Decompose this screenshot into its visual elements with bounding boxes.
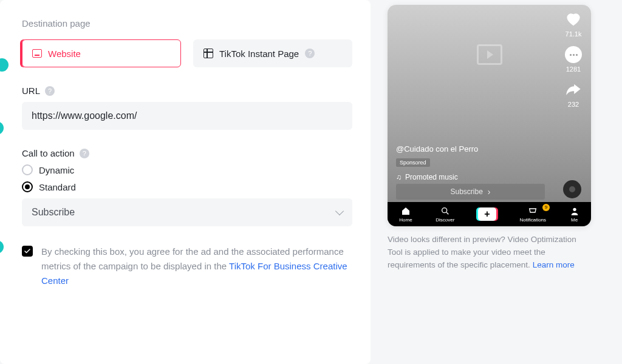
like-action[interactable]: 71.1k: [564, 10, 583, 38]
help-icon[interactable]: ?: [45, 86, 55, 96]
ad-settings-form: Destination page Website TikTok Instant …: [0, 0, 371, 364]
sponsored-badge: Sponsored: [396, 158, 430, 167]
cta-radio-standard[interactable]: Standard: [22, 181, 352, 192]
destination-page-title: Destination page: [22, 18, 352, 29]
handle-text: @Cuidado con el Perro: [396, 144, 542, 153]
share-count: 232: [568, 101, 579, 108]
learn-more-link[interactable]: Learn more: [533, 260, 575, 269]
agreement-row: By checking this box, you agree for the …: [22, 244, 352, 288]
profile-icon: [570, 206, 579, 216]
cta-select[interactable]: Subscribe: [22, 198, 352, 226]
chevron-down-icon: [335, 207, 344, 215]
tab-home[interactable]: Home: [399, 206, 412, 223]
heart-icon: [564, 10, 583, 28]
preview-cta-button[interactable]: Subscribe ›: [396, 184, 545, 200]
music-row: ♫ Promoted music: [396, 173, 542, 181]
plus-icon: +: [478, 207, 496, 221]
tab-notifications[interactable]: 9 Notifications: [519, 206, 546, 223]
like-count: 71.1k: [566, 30, 582, 38]
tab-create[interactable]: +: [478, 207, 496, 221]
destination-option-website[interactable]: Website: [22, 39, 181, 67]
agreement-checkbox[interactable]: [22, 246, 33, 257]
share-icon: [565, 81, 582, 98]
phone-tabbar: Home Discover + 9 Notifications Me: [388, 202, 591, 226]
comment-icon: [565, 46, 582, 63]
destination-option-instant-page[interactable]: TikTok Instant Page ?: [193, 39, 352, 67]
radio-icon: [22, 164, 33, 175]
cta-radio-dynamic[interactable]: Dynamic: [22, 164, 352, 175]
phone-preview: 71.1k 1281 232 @Cuidado con el Perro Spo…: [388, 5, 591, 226]
website-icon: [32, 49, 42, 58]
home-icon: [401, 206, 411, 216]
ad-preview-panel: 71.1k 1281 232 @Cuidado con el Perro Spo…: [388, 0, 603, 364]
inbox-icon: [528, 206, 538, 216]
option-label: Website: [48, 49, 81, 59]
chevron-right-icon: ›: [488, 187, 491, 197]
url-label: URL ?: [22, 86, 352, 96]
tab-me[interactable]: Me: [570, 206, 579, 223]
highlight-dot: [0, 58, 9, 72]
help-icon[interactable]: ?: [80, 149, 89, 158]
comment-count: 1281: [566, 66, 581, 73]
highlight-dot: [0, 121, 4, 135]
caption-area: @Cuidado con el Perro Sponsored ♫ Promot…: [396, 144, 542, 181]
svg-point-1: [573, 207, 576, 211]
notification-badge: 9: [542, 204, 550, 211]
preview-note: Video looks different in preview? Video …: [388, 234, 591, 272]
destination-options: Website TikTok Instant Page ?: [22, 39, 352, 67]
help-icon[interactable]: ?: [305, 49, 315, 58]
comment-action[interactable]: 1281: [565, 46, 582, 73]
tab-discover[interactable]: Discover: [436, 206, 454, 223]
music-disc-icon: [563, 180, 581, 198]
video-placeholder-icon: [477, 44, 502, 65]
instant-page-icon: [203, 49, 213, 58]
share-action[interactable]: 232: [565, 81, 582, 108]
svg-point-0: [442, 207, 446, 212]
search-icon: [440, 206, 450, 216]
highlight-dot: [0, 240, 4, 254]
radio-icon: [22, 181, 33, 192]
url-input[interactable]: [22, 102, 352, 130]
music-note-icon: ♫: [396, 173, 402, 181]
agreement-text: By checking this box, you agree for the …: [41, 244, 352, 288]
cta-label: Call to action ?: [22, 148, 352, 158]
option-label: TikTok Instant Page: [219, 49, 299, 59]
engagement-rail: 71.1k 1281 232: [564, 10, 583, 108]
cta-select-value: Subscribe: [32, 207, 75, 218]
